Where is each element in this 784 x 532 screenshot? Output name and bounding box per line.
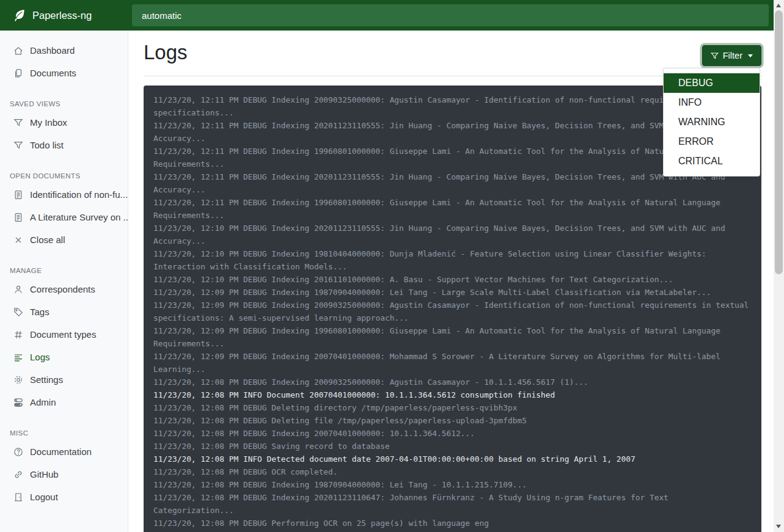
log-line: 11/23/20, 12:08 PM DEBUG Deleting file /… [153, 414, 752, 427]
log-line: 11/23/20, 12:11 PM DEBUG Indexing 199608… [153, 196, 752, 222]
question-circle-icon [13, 447, 23, 457]
search-input[interactable] [132, 4, 769, 26]
funnel-icon [13, 118, 23, 128]
sidebar-item-label: Document types [30, 329, 96, 340]
leaf-icon [12, 9, 26, 23]
person-icon [13, 285, 23, 294]
sidebar-item-label: My Inbox [30, 117, 67, 128]
scroll-down-icon[interactable] [776, 525, 781, 528]
sidebar-item-label: Identification of non-fu... [30, 189, 128, 200]
brand[interactable]: Paperless-ng [0, 0, 128, 31]
close-icon [13, 235, 23, 245]
app-header: Paperless-ng [0, 0, 774, 31]
log-line: 11/23/20, 12:09 PM DEBUG Indexing 199608… [153, 324, 752, 350]
sidebar-item-documentation[interactable]: Documentation [0, 440, 128, 463]
page-scrollbar[interactable] [774, 0, 784, 532]
sidebar-item-label: Todo list [30, 140, 64, 150]
log-line: 11/23/20, 12:08 PM INFO Document 2007040… [153, 388, 752, 401]
hash-icon [13, 330, 23, 340]
filter-option-warning[interactable]: WARNING [664, 112, 760, 132]
caret-down-icon [748, 54, 753, 57]
log-line: 11/23/20, 12:08 PM DEBUG Indexing 200704… [153, 427, 752, 440]
filter-button-label: Filter [723, 51, 742, 60]
sidebar-item-label: Documents [30, 68, 76, 78]
log-line: 11/23/20, 12:11 PM DEBUG Indexing 200903… [153, 93, 752, 119]
sidebar-section-header: MISC [0, 429, 128, 437]
filter-option-error[interactable]: ERROR [664, 132, 760, 151]
filter-option-debug[interactable]: DEBUG [664, 73, 760, 93]
log-line: 11/23/20, 12:10 PM DEBUG Indexing 198104… [153, 247, 752, 273]
sidebar-item-identification-of-non-fu[interactable]: Identification of non-fu... [0, 183, 128, 206]
document-text-icon [13, 213, 23, 222]
logs-icon [13, 352, 23, 362]
sidebar-item-dashboard[interactable]: Dashboard [0, 39, 128, 62]
sidebar-item-github[interactable]: GitHub [0, 463, 128, 486]
log-line: 11/23/20, 12:08 PM DEBUG Saving record t… [153, 440, 752, 453]
log-line: 11/23/20, 12:11 PM DEBUG Indexing 202011… [153, 170, 752, 196]
log-line: 11/23/20, 12:08 PM DEBUG OCR completed. [153, 465, 752, 478]
page-header: Logs Filter [144, 40, 761, 66]
log-line: 11/23/20, 12:11 PM DEBUG Indexing 199608… [153, 145, 752, 170]
sidebar-section-header: OPEN DOCUMENTS [0, 172, 128, 180]
log-line: 11/23/20, 12:08 PM DEBUG Performing OCR … [153, 517, 752, 530]
page-title: Logs [144, 40, 188, 65]
sidebar-item-label: Correspondents [30, 284, 95, 294]
sidebar-item-label: Documentation [30, 446, 92, 457]
funnel-icon [13, 140, 23, 150]
log-line: 11/23/20, 12:10 PM DEBUG Indexing 201611… [153, 273, 752, 286]
document-text-icon [13, 190, 23, 200]
log-line: 11/23/20, 12:08 PM DEBUG Deleting direct… [153, 401, 752, 414]
log-line: 11/23/20, 12:08 PM DEBUG Indexing 200903… [153, 376, 752, 388]
log-line: 11/23/20, 12:10 PM DEBUG Indexing 202011… [153, 222, 752, 247]
sidebar-item-label: Admin [30, 397, 56, 407]
filter-option-critical[interactable]: CRITICAL [664, 151, 760, 171]
filter-option-info[interactable]: INFO [664, 93, 760, 112]
sidebar-item-logout[interactable]: Logout [0, 486, 128, 508]
sidebar-item-label: GitHub [30, 469, 59, 479]
tag-icon [13, 307, 23, 317]
sidebar-item-label: Logs [30, 352, 50, 362]
sidebar-item-label: Tags [30, 307, 49, 317]
sidebar-nav: DashboardDocumentsSAVED VIEWSMy InboxTod… [0, 31, 128, 532]
sidebar-item-label: Settings [30, 374, 63, 385]
sidebar-item-my-inbox[interactable]: My Inbox [0, 111, 128, 134]
brand-label: Paperless-ng [32, 10, 92, 21]
door-icon [13, 492, 23, 502]
log-line: 11/23/20, 12:09 PM DEBUG Indexing 198709… [153, 286, 752, 299]
sidebar-item-documents[interactable]: Documents [0, 62, 128, 84]
sidebar-item-label: Logout [30, 492, 58, 502]
log-line: 11/23/20, 12:08 PM INFO Consuming file /… [153, 530, 752, 532]
sidebar-item-a-literature-survey-on[interactable]: A Literature Survey on ... [0, 206, 128, 228]
sidebar-item-logs[interactable]: Logs [0, 346, 128, 368]
log-line: 11/23/20, 12:11 PM DEBUG Indexing 202011… [153, 119, 752, 145]
sidebar-item-close-all[interactable]: Close all [0, 228, 128, 251]
log-line: 11/23/20, 12:09 PM DEBUG Indexing 200903… [153, 299, 752, 324]
sidebar-item-tags[interactable]: Tags [0, 301, 128, 323]
toggles-icon [13, 398, 23, 407]
sidebar-item-todo-list[interactable]: Todo list [0, 134, 128, 156]
log-line: 11/23/20, 12:09 PM DEBUG Indexing 200704… [153, 350, 752, 376]
log-line: 11/23/20, 12:08 PM DEBUG Indexing 202011… [153, 491, 752, 517]
log-line: 11/23/20, 12:08 PM INFO Detected documen… [153, 453, 752, 465]
sidebar-section-header: MANAGE [0, 267, 128, 274]
documents-icon [13, 68, 23, 78]
house-icon [13, 46, 23, 56]
sidebar-item-label: Close all [30, 235, 65, 245]
sidebar-item-admin[interactable]: Admin [0, 391, 128, 414]
sidebar-item-label: Dashboard [30, 45, 75, 56]
sidebar-item-settings[interactable]: Settings [0, 368, 128, 391]
filter-dropdown-menu: DEBUGINFOWARNINGERRORCRITICAL [663, 68, 760, 177]
sidebar-item-document-types[interactable]: Document types [0, 323, 128, 346]
link-icon [13, 470, 23, 479]
log-line: 11/23/20, 12:08 PM DEBUG Indexing 198709… [153, 478, 752, 491]
scroll-up-icon[interactable] [776, 4, 781, 7]
scrollbar-thumb[interactable] [775, 10, 783, 274]
gear-icon [13, 375, 23, 385]
sidebar-item-correspondents[interactable]: Correspondents [0, 278, 128, 301]
sidebar-section-header: SAVED VIEWS [0, 100, 128, 107]
funnel-icon [711, 52, 719, 60]
filter-button[interactable]: Filter [702, 45, 761, 66]
sidebar-item-label: A Literature Survey on ... [30, 212, 128, 222]
